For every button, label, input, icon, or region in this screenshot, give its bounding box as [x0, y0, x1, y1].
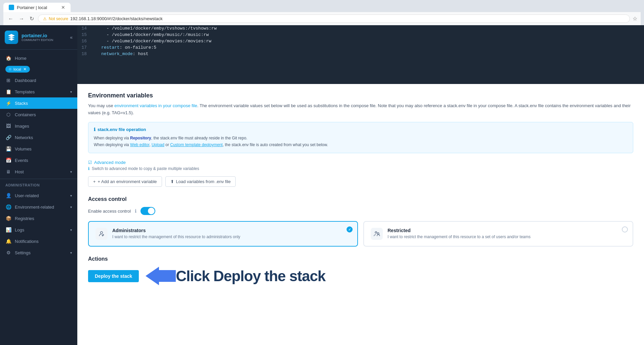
access-control-title: Access control — [88, 196, 633, 202]
restricted-icon — [371, 228, 383, 240]
administrators-icon — [95, 228, 108, 240]
tab-close-button[interactable]: ✕ — [61, 5, 65, 10]
images-icon: 🖼 — [5, 123, 11, 129]
sidebar-item-images[interactable]: 🖼 Images — [0, 120, 77, 132]
actions-section: Actions Deploy the stack Click Deploy th… — [88, 256, 633, 285]
deploy-stack-label: Deploy the stack — [95, 273, 132, 279]
forward-button[interactable]: → — [17, 14, 26, 23]
content-body: Environment variables You may use enviro… — [77, 84, 644, 293]
sidebar-divider — [0, 179, 77, 179]
restricted-card[interactable]: Restricted I want to restrict the manage… — [363, 221, 633, 247]
actions-title: Actions — [88, 256, 633, 262]
sidebar-item-environment-related[interactable]: 🌐 Environment-related ▾ — [0, 201, 77, 213]
browser-chrome: Portainer | local ✕ ← → ↻ ⚠ Not secure 1… — [0, 0, 644, 25]
host-icon: 🖥 — [5, 169, 11, 174]
user-related-arrow-icon: ▾ — [70, 194, 72, 198]
sidebar-item-logs[interactable]: 📊 Logs ▾ — [0, 224, 77, 235]
volumes-icon: 💾 — [5, 146, 11, 152]
networks-label: Networks — [15, 135, 33, 140]
bookmark-button[interactable]: ☆ — [633, 15, 637, 22]
info-line2: When deploying via Web editor, Upload or… — [94, 142, 328, 147]
add-env-variable-button[interactable]: + + Add an environment variable — [88, 176, 162, 187]
switch-mode-hint[interactable]: ℹ Switch to advanced mode to copy & past… — [88, 166, 633, 171]
sidebar-item-templates[interactable]: 📋 Templates ▾ — [0, 86, 77, 97]
favicon — [9, 5, 14, 10]
back-button[interactable]: ← — [7, 14, 15, 23]
sidebar-nav: 🏠 Home local ✕ ⊞ Dashboard 📋 Templates ▾ — [0, 50, 77, 345]
repository-label: Repository — [130, 136, 151, 140]
user-related-label: User-related — [15, 193, 39, 198]
administrators-radio[interactable] — [347, 226, 353, 232]
main-content: 14 - /volume1/docker/emby/tvshows:/tvsho… — [77, 25, 644, 345]
admin-section-label: Administration — [0, 180, 77, 190]
advanced-mode-label: Advanced mode — [94, 160, 126, 165]
events-label: Events — [15, 158, 28, 163]
administrators-card[interactable]: Administrators I want to restrict the ma… — [88, 221, 358, 247]
enable-access-control-row: Enable access control ℹ — [88, 207, 633, 215]
brand-name: portainer.io — [22, 33, 53, 38]
upload-link[interactable]: Upload — [152, 142, 164, 147]
env-dot — [9, 68, 11, 71]
url-text: 192.168.1.18:9000/#!/2/docker/stacks/new… — [70, 16, 163, 21]
host-arrow-icon: ▾ — [70, 170, 72, 174]
sidebar-item-containers[interactable]: ⬡ Containers — [0, 109, 77, 120]
restricted-radio[interactable] — [622, 226, 628, 232]
edition-label: COMMUNITY EDITION — [22, 38, 53, 42]
env-variables-link[interactable]: environment variables in your compose fi… — [114, 103, 197, 108]
code-editor[interactable]: 14 - /volume1/docker/emby/tvshows:/tvsho… — [77, 25, 644, 84]
address-bar[interactable]: ⚠ Not secure 192.168.1.18:9000/#!/2/dock… — [38, 14, 630, 23]
env-variables-desc: You may use environment variables in you… — [88, 102, 633, 117]
environment-related-label: Environment-related — [15, 205, 54, 210]
sidebar-item-registries[interactable]: 📦 Registries — [0, 213, 77, 224]
networks-icon: 🔗 — [5, 135, 11, 140]
containers-label: Containers — [15, 112, 36, 117]
sidebar-header: portainer.io COMMUNITY EDITION « — [0, 25, 77, 50]
click-deploy-text: Click Deploy the stack — [176, 268, 325, 285]
environment-badge[interactable]: local ✕ — [5, 66, 30, 73]
browser-tab-active[interactable]: Portainer | local ✕ — [3, 3, 71, 12]
restricted-text: Restricted I want to restrict the manage… — [388, 228, 531, 239]
volumes-label: Volumes — [15, 146, 32, 152]
sidebar-item-networks[interactable]: 🔗 Networks — [0, 132, 77, 143]
env-buttons: + + Add an environment variable ⬆ Load v… — [88, 176, 633, 187]
sidebar-item-home[interactable]: 🏠 Home — [0, 52, 77, 64]
stackenv-info-box: ℹ stack.env file operation When deployin… — [88, 122, 633, 154]
load-env-file-button[interactable]: ⬆ Load variables from .env file — [165, 176, 236, 187]
sidebar-logo: portainer.io COMMUNITY EDITION — [5, 31, 53, 44]
stacks-label: Stacks — [15, 101, 28, 106]
home-icon: 🏠 — [5, 55, 11, 61]
switch-mode-text: Switch to advanced mode to copy & paste … — [92, 166, 199, 171]
sidebar-collapse-button[interactable]: « — [70, 35, 73, 40]
registries-icon: 📦 — [5, 216, 11, 221]
svg-point-1 — [375, 232, 377, 233]
custom-template-link[interactable]: Custom template deployment — [170, 142, 223, 147]
tab-title: Portainer | local — [17, 5, 47, 10]
stacks-icon: ⚡ — [5, 100, 11, 106]
sidebar-item-notifications[interactable]: 🔔 Notifications — [0, 235, 77, 247]
security-label: Not secure — [49, 16, 68, 21]
sidebar-item-volumes[interactable]: 💾 Volumes — [0, 143, 77, 155]
notifications-label: Notifications — [15, 239, 39, 244]
svg-point-0 — [100, 232, 103, 234]
env-variables-section: Environment variables You may use enviro… — [88, 92, 633, 187]
dashboard-label: Dashboard — [15, 78, 36, 83]
env-close-button[interactable]: ✕ — [23, 67, 27, 72]
advanced-mode-toggle[interactable]: ☑ Advanced mode — [88, 160, 633, 165]
sidebar-item-stacks[interactable]: ⚡ Stacks — [0, 97, 77, 109]
sidebar-item-user-related[interactable]: 👤 User-related ▾ — [0, 190, 77, 201]
deploy-stack-button[interactable]: Deploy the stack — [88, 270, 139, 282]
add-env-label: + Add an environment variable — [98, 179, 157, 184]
refresh-button[interactable]: ↻ — [28, 14, 35, 23]
add-env-icon: + — [93, 179, 96, 184]
code-line-16: 16 - /volume1/docker/emby/movies:/movies… — [77, 38, 644, 44]
enable-access-control-label: Enable access control — [88, 209, 131, 214]
sidebar-item-dashboard[interactable]: ⊞ Dashboard — [0, 75, 77, 86]
code-line-18: 18 network_mode: host — [77, 51, 644, 57]
access-control-toggle[interactable] — [140, 207, 155, 215]
web-editor-link[interactable]: Web editor — [130, 142, 149, 147]
sidebar-item-host[interactable]: 🖥 Host ▾ — [0, 166, 77, 177]
settings-icon: ⚙ — [5, 250, 11, 255]
env-variables-title: Environment variables — [88, 92, 633, 99]
sidebar-item-events[interactable]: 📅 Events — [0, 155, 77, 166]
sidebar-item-settings[interactable]: ⚙ Settings ▾ — [0, 247, 77, 258]
